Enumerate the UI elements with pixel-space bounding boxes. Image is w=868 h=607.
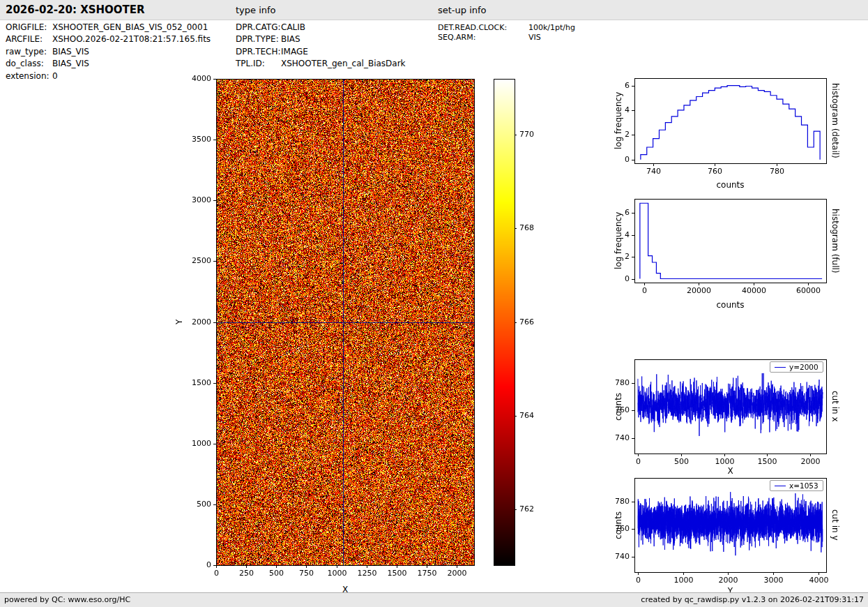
meta-label: ARCFILE:: [6, 33, 52, 45]
meta-row-raw-type: raw_type:BIAS_VIS: [6, 46, 211, 58]
meta-label: DPR.TECH:: [236, 46, 281, 58]
cut-y-legend-label: x=1053: [789, 481, 818, 490]
hist-full-x-axis-label: counts: [634, 300, 826, 310]
type-info-block: DPR.CATG:CALIB DPR.TYPE:BIAS DPR.TECH:IM…: [236, 22, 406, 70]
meta-row-read-clock: DET.READ.CLOCK:100k/1pt/hg: [438, 23, 575, 33]
hist-detail-x-axis-label: counts: [634, 180, 826, 190]
meta-value: CALIB: [281, 22, 305, 32]
setup-info-block: DET.READ.CLOCK:100k/1pt/hg SEQ.ARM:VIS: [438, 23, 575, 42]
meta-value: XSHOO.2026-02-21T08:21:57.165.fits: [52, 34, 211, 44]
cut-x-legend-label: y=2000: [789, 363, 818, 371]
setup-info-heading: set-up info: [438, 5, 487, 15]
meta-label: do_class:: [6, 58, 52, 70]
meta-value: BIAS_VIS: [52, 47, 89, 57]
legend-line-swatch: [775, 486, 786, 486]
cut-y-y-axis-label: counts: [614, 478, 625, 572]
bias-image-canvas: [174, 70, 544, 583]
meta-row-dpr-tech: DPR.TECH:IMAGE: [236, 46, 406, 58]
meta-label: raw_type:: [6, 46, 52, 58]
main-plot-y-axis-label: Y: [174, 79, 185, 565]
meta-label: ORIGFILE:: [6, 22, 52, 33]
hist-full-y-axis-label: log frequency: [614, 199, 625, 283]
hist-detail-side-label: histogram (detail): [829, 75, 840, 166]
meta-row-seq-arm: SEQ.ARM:VIS: [438, 33, 575, 43]
meta-label: DPR.CATG:: [236, 22, 281, 33]
type-info-heading: type info: [236, 5, 276, 15]
hist-detail-y-axis-label: log frequency: [614, 78, 625, 163]
cut-x-legend: y=2000: [770, 361, 823, 373]
meta-value: XSHOOTER_GEN_BIAS_VIS_052_0001: [52, 22, 208, 32]
qc-report-page: 2026-02-20: XSHOOTER type info set-up in…: [0, 0, 868, 607]
meta-row-dpr-catg: DPR.CATG:CALIB: [236, 22, 406, 33]
cut-y-legend: x=1053: [770, 480, 823, 491]
histogram-detail-canvas: [607, 70, 837, 185]
meta-row-origfile: ORIGFILE:XSHOOTER_GEN_BIAS_VIS_052_0001: [6, 22, 211, 33]
meta-row-arcfile: ARCFILE:XSHOO.2026-02-21T08:21:57.165.fi…: [6, 33, 211, 45]
meta-value: BIAS: [281, 34, 300, 44]
cut-y-side-label: cut in y: [829, 478, 840, 572]
meta-row-dpr-type: DPR.TYPE:BIAS: [236, 33, 406, 45]
histogram-full-canvas: [607, 190, 837, 302]
meta-label: TPL.ID:: [236, 58, 281, 70]
footer-bar: powered by QC: www.eso.org/HC created by…: [0, 592, 868, 607]
cut-x-y-axis-label: counts: [614, 359, 625, 454]
meta-value: XSHOOTER_gen_cal_BiasDark: [281, 59, 406, 68]
meta-value: BIAS_VIS: [52, 59, 89, 68]
meta-value: VIS: [528, 33, 541, 42]
meta-label: DPR.TYPE:: [236, 33, 281, 45]
hist-full-side-label: histogram (full): [829, 196, 840, 285]
legend-line-swatch: [775, 367, 786, 368]
meta-label: SEQ.ARM:: [438, 33, 528, 43]
footer-powered-by: powered by QC: www.eso.org/HC: [4, 593, 130, 606]
footer-created-by: created by qc_rawdisp.py v1.2.3 on 2026-…: [641, 593, 864, 606]
meta-row-do-class: do_class:BIAS_VIS: [6, 58, 211, 70]
header-bar: 2026-02-20: XSHOOTER type info set-up in…: [0, 0, 868, 20]
meta-value: IMAGE: [281, 47, 308, 57]
cut-x-side-label: cut in x: [829, 359, 840, 454]
meta-value: 0: [52, 71, 58, 81]
meta-label: DET.READ.CLOCK:: [438, 23, 528, 33]
meta-row-tpl-id: TPL.ID:XSHOOTER_gen_cal_BiasDark: [236, 58, 406, 70]
meta-label: extension:: [6, 70, 52, 82]
meta-value: 100k/1pt/hg: [528, 23, 575, 32]
page-title: 2026-02-20: XSHOOTER: [6, 3, 145, 16]
